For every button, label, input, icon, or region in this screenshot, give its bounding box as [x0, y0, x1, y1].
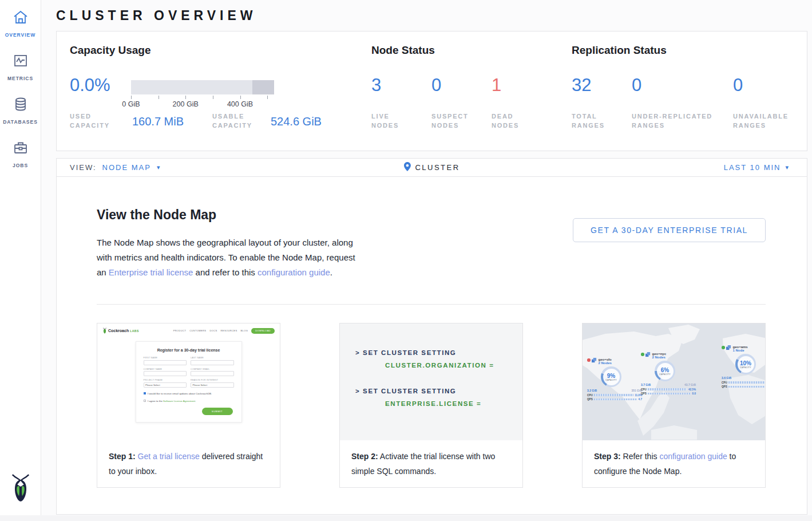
- checkbox-icon: [144, 400, 146, 402]
- status-dot-green-icon: [722, 346, 725, 349]
- field-label: REASON FOR INTEREST: [191, 379, 234, 381]
- capacity-donut: 10% CAPACITY: [735, 354, 756, 374]
- used-capacity-value: 160.7 MiB: [132, 115, 184, 128]
- nav-item: PRODUCT: [173, 329, 187, 332]
- capacity-axis-ticks: [131, 96, 274, 100]
- time-range-dropdown[interactable]: LAST 10 MIN ▾: [724, 163, 790, 172]
- field-select: Please Select: [191, 382, 234, 388]
- live-nodes-label: LIVE NODES: [371, 112, 411, 130]
- capacity-usage-title: Capacity Usage: [70, 44, 151, 57]
- capacity-caption: CAPACITY: [740, 366, 751, 369]
- sql-line: > SET CLUSTER SETTING: [355, 349, 522, 356]
- capacity-bar-segment-dark: [252, 80, 274, 94]
- form-field: COMPANY EMAIL: [191, 368, 234, 377]
- qps-sparkline: [728, 386, 765, 388]
- axis-label: 200 GiB: [173, 100, 199, 108]
- used-gib: 3.6 GiB: [722, 376, 731, 380]
- form-field: LAST NAME: [191, 357, 234, 365]
- usable-capacity-value: 524.6 GiB: [271, 115, 322, 128]
- checkbox-checked-icon: [144, 392, 146, 395]
- under-replicated-ranges-label: UNDER-REPLICATED RANGES: [632, 112, 723, 130]
- step1-caption: Step 1: Get a trial license delivered st…: [97, 440, 280, 487]
- field-input: [144, 371, 187, 376]
- checkbox-label: I agree to the Software License Agreemen…: [148, 400, 196, 402]
- node-map-thumbnail: geo=sfo 2 Nodes 9% CAPACITY: [583, 323, 765, 440]
- qps-sparkline: [594, 398, 637, 401]
- total-ranges-label: TOTAL RANGES: [572, 112, 612, 130]
- bottom-strip: [0, 515, 812, 521]
- capacity-percent: 6%: [661, 367, 669, 373]
- capacity-donut: 6% CAPACITY: [655, 361, 675, 381]
- node-count-label: 2 Nodes: [599, 361, 612, 365]
- node-count-label: 1 Node: [733, 349, 748, 352]
- step-number: Step 2:: [351, 452, 378, 461]
- used-capacity-label: USED CAPACITY: [70, 112, 120, 130]
- spacer: [355, 369, 522, 388]
- axis-tick: [213, 96, 213, 99]
- description-text: and refer to this: [193, 267, 258, 277]
- qps-label: QPS: [641, 392, 647, 395]
- sidebar-item-label: METRICS: [7, 76, 33, 81]
- node-count-label: 2 Nodes: [652, 356, 667, 359]
- qps-value: 4.7: [639, 398, 642, 401]
- sidebar-item-label: DATABASES: [3, 119, 38, 125]
- view-selected-value: NODE MAP: [102, 163, 151, 172]
- sidebar-item-metrics[interactable]: METRICS: [0, 53, 41, 81]
- dead-nodes-count: 1: [492, 75, 501, 96]
- qps-label: QPS: [587, 398, 593, 401]
- cpu-label: CPU: [587, 394, 593, 397]
- map-pin-icon: [403, 162, 410, 173]
- field-label: FIRST NAME: [144, 357, 187, 359]
- axis-tick: [240, 96, 241, 99]
- step1-preview: Cockroach LABS PRODUCT CUSTOMERS DOCS RE…: [97, 323, 280, 440]
- nav-item: CUSTOMERS: [189, 329, 206, 332]
- unavailable-ranges-count: 0: [733, 75, 743, 96]
- sidebar-item-databases[interactable]: DATABASES: [0, 96, 41, 125]
- step3-card: geo=sfo 2 Nodes 9% CAPACITY: [582, 323, 766, 488]
- field-label: COMPANY NAME: [144, 368, 187, 370]
- license-agreement-link: Software License Agreement: [163, 400, 195, 402]
- field-input: [191, 360, 234, 365]
- enterprise-trial-button[interactable]: GET A 30-DAY ENTERPRISE TRIAL: [573, 218, 766, 242]
- capacity-percent: 9%: [607, 373, 615, 379]
- sidebar-item-jobs[interactable]: JOBS: [0, 140, 41, 168]
- axis-tick: [131, 96, 132, 99]
- cpu-value: 42.5%: [688, 388, 696, 391]
- capacity-bar-segment: [131, 80, 252, 94]
- dead-nodes-label: DEAD NODES: [492, 112, 532, 130]
- sidebar-item-overview[interactable]: OVERVIEW: [0, 9, 41, 38]
- home-icon: [13, 9, 29, 27]
- step3-caption: Step 3: Refer this configuration guide t…: [583, 440, 765, 487]
- view-bar: VIEW: NODE MAP ▾ CLUSTER LAST 10 MIN ▾: [56, 158, 807, 177]
- nodes-cube-icon: [726, 345, 731, 350]
- capacity-axis-labels: 0 GiB 200 GiB 400 GiB: [131, 100, 274, 109]
- field-label: LAST NAME: [191, 357, 234, 359]
- chevron-down-icon: ▾: [157, 164, 160, 171]
- nodes-cube-icon: [645, 352, 651, 357]
- under-replicated-ranges-count: 0: [632, 75, 641, 96]
- enterprise-trial-license-link[interactable]: Enterprise trial license: [109, 267, 193, 277]
- axis-tick: [185, 96, 186, 99]
- cluster-breadcrumb: CLUSTER: [403, 162, 460, 173]
- node-map-description: The Node Map shows the geographical layo…: [97, 235, 361, 280]
- status-dot-green-icon: [641, 353, 644, 356]
- map-cluster-sfo: geo=sfo 2 Nodes 9% CAPACITY: [587, 358, 642, 401]
- cpu-sparkline: [648, 388, 687, 390]
- cockroachdb-logo-icon: [0, 473, 41, 503]
- view-selector-dropdown[interactable]: VIEW: NODE MAP ▾: [70, 163, 160, 172]
- cockroach-labs-logo: Cockroach LABS: [102, 327, 139, 334]
- get-trial-license-link[interactable]: Get a trial license: [138, 452, 200, 461]
- configuration-guide-link[interactable]: configuration guide: [659, 452, 727, 461]
- axis-tick: [159, 96, 159, 99]
- sql-line: > SET CLUSTER SETTING: [355, 388, 522, 394]
- axis-tick: [267, 96, 268, 99]
- section-divider: [97, 304, 766, 305]
- form-field: COMPANY NAME: [144, 368, 187, 377]
- unavailable-ranges-label: UNAVAILABLE RANGES: [733, 112, 796, 130]
- configuration-guide-link[interactable]: configuration guide: [258, 267, 330, 277]
- metrics-chart-icon: [13, 53, 29, 71]
- axis-label: 0 GiB: [122, 100, 140, 108]
- step3-preview: geo=sfo 2 Nodes 9% CAPACITY: [583, 323, 765, 440]
- time-range-value: LAST 10 MIN: [724, 163, 781, 172]
- capacity-caption: CAPACITY: [659, 373, 670, 376]
